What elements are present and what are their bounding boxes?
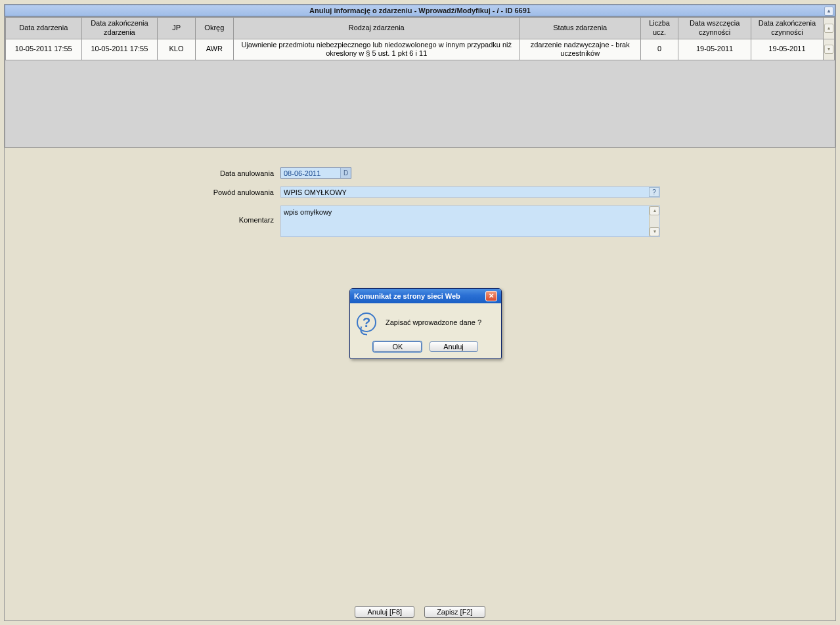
grid-scroll-up-icon[interactable]: ▴ [824,24,833,33]
col-header[interactable]: JP [158,18,196,39]
col-header[interactable]: Rodzaj zdarzenia [233,18,519,39]
cell: Ujawnienie przedmiotu niebezpiecznego lu… [233,39,519,60]
question-icon: ? [357,312,376,332]
dialog-title: Komunikat ze strony sieci Web [354,292,460,300]
page-title-text: Anuluj informację o zdarzeniu - Wprowadź… [309,7,531,14]
col-header[interactable]: Data zakończenia czynności [751,18,823,39]
cancel-date-input[interactable] [281,168,340,178]
cell: KLO [158,39,196,60]
reason-label: Powód anulowania [5,186,280,196]
col-header[interactable]: Data wszczęcia czynności [678,18,751,39]
footer-toolbar: Anuluj [F8] Zapisz [F2] [5,606,835,618]
cancel-button[interactable]: Anuluj [F8] [355,606,414,618]
col-header[interactable]: Liczba ucz. [640,18,678,39]
cell: AWR [195,39,233,60]
grid-header-row: Data zdarzenia Data zakończenia zdarzeni… [6,18,835,39]
date-label: Data anulowania [5,167,280,177]
save-button[interactable]: Zapisz [F2] [424,606,485,618]
close-icon[interactable]: ✕ [485,291,497,301]
comment-label: Komentarz [5,205,280,224]
cell: 0 [640,39,678,60]
col-header[interactable]: Data zdarzenia [6,18,82,39]
textarea-scroll-down-icon[interactable]: ▾ [650,227,659,236]
confirm-dialog: Komunikat ze strony sieci Web ✕ ? Zapisa… [349,288,502,359]
cancel-form: Data anulowania D Powód anulowania ? Kom… [5,167,835,237]
cancel-reason-input[interactable] [281,187,649,197]
cell: zdarzenie nadzwyczajne - brak uczestnikó… [519,39,640,60]
dialog-ok-button[interactable]: OK [373,341,422,352]
cell: 10-05-2011 17:55 [6,39,82,60]
col-header[interactable]: Status zdarzenia [519,18,640,39]
reason-lookup-icon[interactable]: ? [649,187,659,197]
page-title: Anuluj informację o zdarzeniu - Wprowadź… [5,5,835,16]
comment-textarea[interactable] [281,206,649,236]
date-picker-icon[interactable]: D [340,168,351,178]
textarea-scroll-up-icon[interactable]: ▴ [650,206,659,215]
cell: 10-05-2011 17:55 [81,39,158,60]
col-header[interactable]: Okręg [195,18,233,39]
cell: 19-05-2011 [751,39,823,60]
dialog-message: Zapisać wprowadzone dane ? [386,318,481,326]
cell: 19-05-2011 [678,39,751,60]
table-row[interactable]: 10-05-2011 17:55 10-05-2011 17:55 KLO AW… [6,39,835,60]
dialog-cancel-button[interactable]: Anuluj [430,341,478,352]
scroll-up-icon[interactable]: ▴ [824,7,833,16]
events-grid: Data zdarzenia Data zakończenia zdarzeni… [5,16,835,148]
col-header[interactable]: Data zakończenia zdarzenia [81,18,158,39]
grid-scroll-down-icon[interactable]: ▾ [824,45,833,54]
